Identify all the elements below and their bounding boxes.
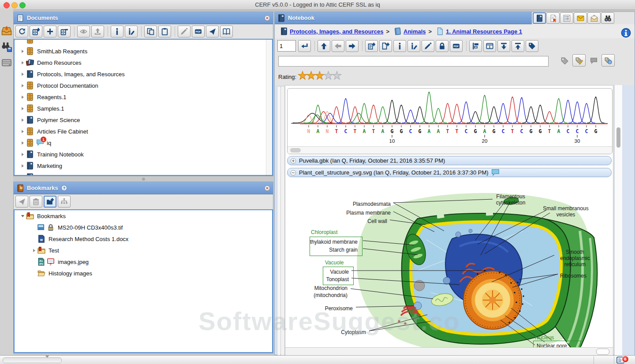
expand-arrow-icon[interactable] xyxy=(19,175,26,176)
annotate-button[interactable] xyxy=(422,40,434,52)
copy-button[interactable] xyxy=(144,26,157,37)
breadcrumb-link-protocols-images-and-resources[interactable]: Protocols, Images, and Resources xyxy=(290,28,383,35)
search-button[interactable] xyxy=(601,12,614,24)
tree-item-training-notebook[interactable]: Training Notebook xyxy=(15,149,272,160)
sign-button[interactable] xyxy=(125,26,138,37)
page-number-input[interactable] xyxy=(277,40,296,52)
comment-bubble-icon[interactable] xyxy=(491,169,500,176)
info-button[interactable] xyxy=(111,26,123,37)
inbox-button[interactable] xyxy=(587,12,601,24)
rating-star-3[interactable]: ★ xyxy=(315,69,323,82)
rating-star-1[interactable]: ★ xyxy=(298,69,306,82)
tree-item-master-glossary[interactable]: Master Glossary xyxy=(15,171,272,176)
collapse-arrow-icon[interactable] xyxy=(19,214,26,219)
collapse-minus-icon[interactable] xyxy=(290,170,296,176)
rating-star-2[interactable]: ★ xyxy=(306,69,314,82)
tree-item-item[interactable] xyxy=(15,39,272,45)
edit-tags-button[interactable] xyxy=(572,54,586,67)
export-pdf-button[interactable]: PDF xyxy=(450,40,463,52)
tree-item-research-method-costs-1-docx[interactable]: WResearch Method Costs 1.docx xyxy=(15,233,272,245)
tree-item-histology-images[interactable]: Histology images xyxy=(15,267,272,279)
go-to-bookmark-button[interactable] xyxy=(15,196,28,208)
tag-button[interactable] xyxy=(526,40,538,52)
new-cabinet-button[interactable] xyxy=(30,26,42,37)
info-button[interactable] xyxy=(393,40,406,52)
panel-splitter-grip[interactable] xyxy=(142,178,145,181)
annotation-input[interactable] xyxy=(278,56,549,67)
tree-item-test[interactable]: Test xyxy=(15,245,272,256)
go-to-button[interactable] xyxy=(206,26,219,37)
tree-item-smithlab-reagents[interactable]: SmithLab Reagents xyxy=(15,45,272,57)
content-hscroll-thumb[interactable] xyxy=(596,349,609,355)
tree-item-reagents-1[interactable]: Reagents.1 xyxy=(15,91,272,103)
export-pdf-button[interactable]: PDF xyxy=(192,26,205,37)
new-folder-button[interactable] xyxy=(44,196,56,208)
forward-button[interactable] xyxy=(346,40,359,52)
tag-status-icon[interactable] xyxy=(558,54,571,67)
back-button[interactable] xyxy=(332,40,344,52)
tree-item-marketing[interactable]: Marketing xyxy=(15,160,272,171)
documents-close-icon[interactable] xyxy=(264,15,270,21)
open-notebook-button[interactable] xyxy=(220,26,233,37)
import-button[interactable] xyxy=(497,40,510,52)
help-icon[interactable]: ? xyxy=(61,185,67,191)
entry-header-plant-cell[interactable]: Plant_cell_structure_svg.svg (Ian Q, Fri… xyxy=(287,168,612,177)
chromatogram-hscroll-thumb[interactable] xyxy=(290,148,301,152)
expand-arrow-icon[interactable] xyxy=(30,248,37,253)
go-to-page-button[interactable] xyxy=(298,40,311,52)
expand-plus-icon[interactable] xyxy=(290,158,296,164)
notification-count-badge[interactable]: 6 xyxy=(622,356,629,363)
annotate-button[interactable] xyxy=(178,26,190,37)
tree-item-images-jpeg[interactable]: JPG1.images.jpeg xyxy=(15,256,272,267)
tree-item-bookmarks[interactable]: Bookmarks xyxy=(15,210,272,222)
documents-tree-scrollbar[interactable] xyxy=(266,40,272,175)
mail-button[interactable] xyxy=(574,12,587,24)
collapsed-splitter-2[interactable] xyxy=(280,86,285,356)
export-button[interactable] xyxy=(512,40,524,52)
upload-button[interactable] xyxy=(91,26,104,37)
certificates-button[interactable] xyxy=(546,12,560,24)
tree-item-iq[interactable]: 1iq xyxy=(15,137,272,149)
tree-item-articles-file-cabinet[interactable]: Articles File Cabinet xyxy=(15,126,272,137)
expand-arrow-icon[interactable] xyxy=(19,72,26,77)
breadcrumb-link-animals[interactable]: Animals xyxy=(403,28,426,35)
organize-button[interactable] xyxy=(58,196,71,208)
notebook-view-button[interactable] xyxy=(533,12,546,24)
expand-arrow-icon[interactable] xyxy=(19,106,26,111)
tree-item-demo-resources[interactable]: Demo Resources xyxy=(15,57,272,68)
content-hscrollbar[interactable] xyxy=(285,347,613,355)
inbox-tray-icon[interactable] xyxy=(1,26,12,36)
entry-header-puvella[interactable]: Puvella.gbk (Ian Q, Friday, October 21, … xyxy=(287,156,612,165)
expand-arrow-icon[interactable] xyxy=(19,49,26,54)
expand-arrow-icon[interactable] xyxy=(19,163,26,168)
new-page-button[interactable] xyxy=(379,40,392,52)
refresh-button[interactable] xyxy=(15,26,28,37)
paste-button[interactable] xyxy=(158,26,171,37)
tasks-button[interactable] xyxy=(560,12,573,24)
tree-item-protocols-images-and-resources[interactable]: Protocols, Images, and Resources xyxy=(15,68,272,80)
bookmarks-close-icon[interactable] xyxy=(264,185,270,191)
info-circle-icon[interactable] xyxy=(621,28,631,38)
expand-arrow-icon[interactable] xyxy=(19,60,26,65)
expand-arrow-icon[interactable] xyxy=(19,95,26,100)
new-entry-button[interactable] xyxy=(365,40,378,52)
remove-cabinet-button[interactable] xyxy=(58,26,71,37)
lock-button[interactable] xyxy=(436,40,448,52)
tree-item-protocol-documentation[interactable]: Protocol Documentation xyxy=(15,80,272,91)
rating-star-4[interactable]: ★ xyxy=(323,69,332,82)
view-button[interactable] xyxy=(77,26,90,37)
tree-item-samples-1[interactable]: Samples.1 xyxy=(15,103,272,114)
rating-star-5[interactable]: ★ xyxy=(332,69,340,82)
tree-item-ms20-09h-cd3x400s3-tif[interactable]: MS20-09H CD3x400s3.tif xyxy=(15,222,272,233)
delete-bookmark-button[interactable] xyxy=(30,196,42,208)
tree-item-polymer-science[interactable]: Polymer Science xyxy=(15,114,272,126)
content-vscrollbar[interactable] xyxy=(614,85,622,356)
add-button[interactable] xyxy=(44,26,56,37)
page-up-button[interactable] xyxy=(318,40,330,52)
properties-button[interactable] xyxy=(483,40,496,52)
expand-arrow-icon[interactable] xyxy=(19,141,26,145)
content-vscroll-thumb[interactable] xyxy=(616,127,620,148)
local-drive-icon[interactable] xyxy=(1,57,12,68)
expand-arrow-icon[interactable] xyxy=(19,83,26,88)
chromatogram-hscrollbar[interactable] xyxy=(288,146,612,154)
